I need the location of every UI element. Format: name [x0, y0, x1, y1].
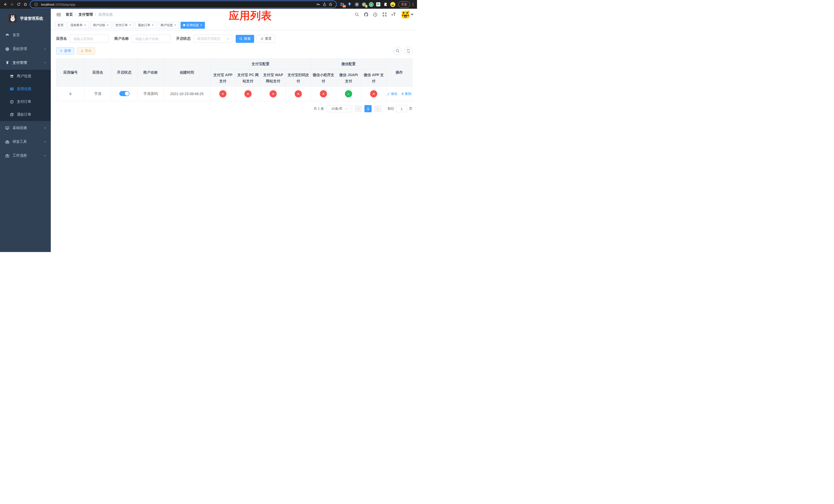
- tab-pay-order[interactable]: 支付订单×: [113, 22, 134, 29]
- refresh-table-button[interactable]: [404, 47, 412, 55]
- sidebar-item-system[interactable]: 系统管理: [0, 42, 51, 56]
- sidebar-item-workflow[interactable]: 工作流程: [0, 149, 51, 162]
- browser-home-button[interactable]: [22, 1, 29, 8]
- app-name-input[interactable]: [70, 35, 109, 43]
- goto-page-input[interactable]: [396, 105, 407, 112]
- app-title: 芋道管理系统: [20, 16, 43, 21]
- col-merchant: 商户名称: [137, 59, 163, 87]
- chevron-down-icon: [44, 154, 47, 157]
- close-icon[interactable]: ×: [152, 24, 154, 27]
- status-label: 开启状态: [176, 37, 191, 41]
- extension-blocks[interactable]: 10: [339, 1, 346, 8]
- chevron-down-icon: [345, 108, 347, 110]
- briefcase-icon: [5, 154, 9, 158]
- sidebar-item-merchant-info[interactable]: 商户信息: [0, 70, 51, 83]
- sidebar-item-home[interactable]: 首页: [0, 28, 51, 42]
- font-size-button[interactable]: [391, 12, 396, 18]
- sidebar-logo-row[interactable]: 芋道管理系统: [0, 9, 51, 28]
- tab-merchant-info[interactable]: 商户信息×: [158, 22, 179, 29]
- browser-menu-button[interactable]: [411, 3, 415, 6]
- svg-text:¥: ¥: [6, 61, 8, 65]
- sidebar-item-refund-order[interactable]: 退款订单: [0, 108, 51, 121]
- extension-chat[interactable]: [375, 1, 381, 8]
- browser-profile-avatar[interactable]: [390, 1, 396, 8]
- status-toggle[interactable]: [119, 91, 130, 96]
- tab-user-group[interactable]: 用户分组×: [90, 22, 111, 29]
- search-button[interactable]: 搜索: [236, 35, 254, 43]
- sidebar-item-pay-order[interactable]: ¥ 支付订单: [0, 95, 51, 108]
- browser-back-button[interactable]: [2, 1, 9, 8]
- monitor-icon: [5, 126, 9, 130]
- url-text[interactable]: localhost:1024/pay/app: [41, 3, 315, 6]
- extension-command[interactable]: ⌘: [354, 1, 360, 8]
- next-page-button[interactable]: ›: [374, 105, 381, 112]
- sidebar-item-label: 工作流程: [13, 153, 27, 158]
- site-info-button[interactable]: [33, 1, 39, 7]
- col-created: 创建时间: [163, 59, 210, 87]
- extension-badge: 1: [365, 5, 368, 8]
- password-manager-button[interactable]: [315, 1, 321, 7]
- close-icon[interactable]: ×: [84, 24, 86, 27]
- tab-home[interactable]: 首页: [55, 22, 66, 29]
- col-status: 开启状态: [111, 59, 137, 87]
- tab-process-form[interactable]: 流程表单×: [68, 22, 89, 29]
- extensions-menu-button[interactable]: [382, 1, 389, 8]
- close-icon[interactable]: ×: [200, 24, 202, 27]
- refresh-icon: [260, 37, 264, 41]
- share-button[interactable]: [321, 1, 328, 7]
- status-select[interactable]: 请选择开启状态: [194, 35, 232, 43]
- fullscreen-button[interactable]: [381, 12, 387, 18]
- app-name-label: 应用名: [56, 37, 67, 41]
- sidebar-item-infra[interactable]: 基础设施: [0, 121, 51, 135]
- browser-toolbar: localhost:1024/pay/app 10 ⌘ 1 y 更新: [0, 0, 417, 9]
- browser-reload-button[interactable]: [15, 1, 22, 8]
- chevron-down-icon: [227, 38, 230, 40]
- github-link-button[interactable]: [363, 12, 369, 18]
- bookmark-button[interactable]: [328, 1, 334, 7]
- extension-y-app[interactable]: y: [368, 1, 374, 8]
- back-icon: [3, 2, 7, 6]
- tab-app-info[interactable]: 应用信息×: [180, 22, 205, 29]
- help-icon: ?: [373, 12, 377, 17]
- extension-kite[interactable]: [347, 1, 353, 8]
- export-button[interactable]: 导出: [77, 47, 95, 54]
- page-number-1[interactable]: 1: [365, 105, 372, 112]
- user-avatar-menu[interactable]: [402, 11, 413, 19]
- sidebar-item-label: 基础设施: [13, 125, 27, 130]
- caret-down-icon: [411, 14, 413, 16]
- sidebar-item-devtools[interactable]: 研发工具: [0, 135, 51, 149]
- url-bar[interactable]: localhost:1024/pay/app: [30, 1, 336, 8]
- extension-recorder[interactable]: 1: [361, 1, 367, 8]
- header-search-button[interactable]: [354, 12, 359, 18]
- help-button[interactable]: ?: [372, 12, 378, 18]
- add-button[interactable]: 新增: [56, 47, 74, 54]
- sidebar-collapse-button[interactable]: [54, 12, 63, 18]
- cell-app-id: 6: [57, 87, 85, 101]
- close-icon[interactable]: ×: [106, 24, 109, 27]
- pay-submenu: 商户信息 应用信息 ¥ 支付订单 退款订单: [0, 70, 51, 121]
- delete-button[interactable]: 删除: [401, 92, 412, 96]
- edit-button[interactable]: 修改: [387, 92, 397, 96]
- breadcrumb-pay[interactable]: 支付管理: [79, 12, 93, 17]
- page-size-select[interactable]: 10条/页: [327, 105, 352, 112]
- close-icon[interactable]: ×: [174, 24, 176, 27]
- sidebar-item-label: 应用信息: [17, 87, 31, 91]
- alipay-qr-status-badge: ✕: [295, 90, 302, 97]
- prev-page-button[interactable]: ‹: [355, 105, 362, 112]
- browser-forward-button[interactable]: [9, 1, 15, 8]
- alipay-app-status-badge: ✕: [219, 90, 226, 97]
- toggle-search-button[interactable]: [393, 47, 402, 55]
- merchant-name-input[interactable]: [132, 35, 171, 43]
- browser-update-button[interactable]: 更新: [398, 1, 410, 8]
- breadcrumb-home[interactable]: 首页: [66, 12, 73, 17]
- sidebar-item-app-info[interactable]: 应用信息: [0, 83, 51, 95]
- svg-text:y: y: [370, 3, 372, 6]
- close-icon[interactable]: ×: [129, 24, 131, 27]
- pagination: 共 1 条 10条/页 ‹ 1 › 前往 页: [56, 105, 412, 112]
- reset-button[interactable]: 重置: [257, 35, 275, 43]
- github-icon: [364, 12, 369, 17]
- tab-refund-order[interactable]: 退款订单×: [135, 22, 156, 29]
- group-wechat-config: 微信配置: [311, 59, 386, 70]
- kite-icon: [348, 2, 351, 6]
- sidebar-item-pay[interactable]: ¥ 支付管理: [0, 56, 51, 70]
